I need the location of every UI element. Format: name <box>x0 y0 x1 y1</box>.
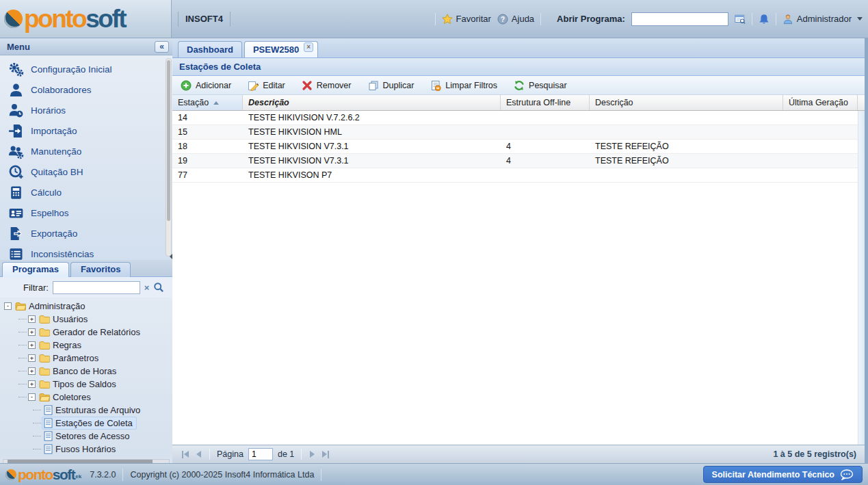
table-cell: 15 <box>172 127 243 137</box>
tree-item-gerador-de-relatórios[interactable]: +Gerador de Relatórios <box>0 326 172 339</box>
editar-button[interactable]: Editar <box>248 80 285 91</box>
help-button[interactable]: ?Ajuda <box>497 14 534 25</box>
sidebar-item-colaboradores[interactable]: Colaboradores <box>0 79 172 100</box>
sidebar-item-manutenção[interactable]: Manutenção <box>0 141 172 161</box>
table-row[interactable]: 14TESTE HIKIVISION V.7.2.6.2 <box>172 111 865 125</box>
top-header: pontosoft INSOFT4 Favoritar ?Ajuda Abrir… <box>0 0 868 38</box>
previous-page-button[interactable] <box>195 449 202 459</box>
folder-icon <box>39 341 50 350</box>
paging-toolbar: Página de 1 1 à 5 de 5 registro(s) <box>172 445 865 463</box>
tree-connector <box>18 332 27 332</box>
sidebar-item-inconsistências[interactable]: Inconsistências <box>0 244 172 264</box>
grid-body: 14TESTE HIKIVISION V.7.2.6.215TESTE HIKV… <box>172 111 865 445</box>
grid-toolbar: AdicionarEditarRemoverDuplicarLimpar Fil… <box>172 76 865 95</box>
expand-node-icon[interactable]: + <box>28 341 36 349</box>
tree-item-tipos-de-saldos[interactable]: +Tipos de Saldos <box>0 378 172 391</box>
column-header-última-geração[interactable]: Última Geração <box>783 95 858 110</box>
svg-text:?: ? <box>501 15 505 23</box>
adicionar-button[interactable]: Adicionar <box>181 80 231 91</box>
tab-dashboard[interactable]: Dashboard <box>178 41 242 57</box>
collapse-node-icon[interactable]: - <box>28 393 36 401</box>
tab-favoritos[interactable]: Favoritos <box>70 262 131 277</box>
tree-item-estruturas-de-arquivo[interactable]: Estruturas de Arquivo <box>0 404 172 417</box>
table-row[interactable]: 77TESTE HIKVISON P7 <box>172 168 865 183</box>
refresh-icon <box>514 80 525 91</box>
toolbar-button-label: Remover <box>317 81 352 90</box>
column-header-descrição[interactable]: Descrição <box>243 95 501 110</box>
sidebar-item-horários[interactable]: Horários <box>0 100 172 120</box>
tree-item-parâmetros[interactable]: +Parâmetros <box>0 352 172 365</box>
scrollbar-thumb[interactable] <box>167 60 170 221</box>
tree-item-estações-de-coleta[interactable]: Estações de Coleta <box>0 417 172 430</box>
next-page-button[interactable] <box>308 449 316 459</box>
program-lookup-button[interactable] <box>735 14 746 25</box>
grid-vertical-scrollbar[interactable] <box>858 111 865 445</box>
separator <box>540 13 541 25</box>
column-label: Descrição <box>595 98 633 107</box>
filter-input[interactable] <box>53 281 140 294</box>
request-support-button[interactable]: Solicitar Atendimento Técnico <box>703 466 863 483</box>
footer-bar: pontosoft ek 7.3.2.0 Copyright (c) 2000-… <box>0 463 868 485</box>
table-row[interactable]: 18TESTE HIKVISION V7.3.14TESTE REFEIÇÃO <box>172 140 865 154</box>
table-cell: TESTE HIKVISION V7.3.1 <box>243 142 501 151</box>
grid-header: EstaçãoDescriçãoEstrutura Off-lineDescri… <box>172 95 865 111</box>
table-row[interactable]: 15TESTE HIKVISION HML <box>172 125 865 140</box>
user-menu[interactable]: Administrador <box>782 14 863 25</box>
expand-node-icon[interactable]: + <box>28 367 36 375</box>
tree-item-fusos-horários[interactable]: Fusos Horários <box>0 443 172 456</box>
tab-programas[interactable]: Programas <box>2 262 69 277</box>
tree-item-regras[interactable]: +Regras <box>0 339 172 352</box>
menu-scrollbar[interactable] <box>166 58 172 257</box>
column-header-estação[interactable]: Estação <box>172 95 243 110</box>
tree-connector <box>18 371 27 371</box>
main-tabstrip: DashboardPSEW2580× <box>172 38 865 58</box>
tree-item-coletores[interactable]: -Coletores <box>0 391 172 404</box>
page-number-input[interactable] <box>248 448 273 460</box>
tree-item-usuários[interactable]: +Usuários <box>0 313 172 326</box>
remove-icon <box>302 80 313 91</box>
sidebar-item-exportação[interactable]: Exportação <box>0 223 172 244</box>
application-window: pontosoft INSOFT4 Favoritar ?Ajuda Abrir… <box>0 0 868 485</box>
version-label: 7.3.2.0 <box>90 470 116 480</box>
sidebar-item-quitação-bh[interactable]: Quitação BH <box>0 161 172 182</box>
tree-item-banco-de-horas[interactable]: +Banco de Horas <box>0 365 172 378</box>
column-header-descrição[interactable]: Descrição <box>590 95 783 110</box>
column-header-estrutura-off-line[interactable]: Estrutura Off-line <box>501 95 590 110</box>
duplicar-button[interactable]: Duplicar <box>368 80 415 91</box>
tree-item-label: Regras <box>53 340 81 350</box>
pesquisar-button[interactable]: Pesquisar <box>514 80 567 91</box>
collapse-node-icon[interactable]: - <box>4 302 12 310</box>
last-page-button[interactable] <box>321 449 330 460</box>
tree-connector <box>33 410 41 410</box>
toolbar-button-label: Editar <box>263 81 285 90</box>
user-name: Administrador <box>797 14 852 24</box>
sidebar-item-cálculo[interactable]: Cálculo <box>0 182 172 202</box>
column-label: Descrição <box>248 98 289 107</box>
support-button-label: Solicitar Atendimento Técnico <box>712 470 834 480</box>
expand-node-icon[interactable]: + <box>28 354 36 362</box>
expand-node-icon[interactable]: + <box>28 328 36 336</box>
first-page-button[interactable] <box>181 449 190 460</box>
table-cell: 14 <box>172 113 243 122</box>
sidebar-item-espelhos[interactable]: Espelhos <box>0 202 172 223</box>
favorite-button[interactable]: Favoritar <box>442 14 491 25</box>
notifications-button[interactable] <box>759 14 770 25</box>
open-program-input[interactable] <box>631 12 728 26</box>
sidebar-item-configuração-inicial[interactable]: Configuração Inicial <box>0 59 172 79</box>
remover-button[interactable]: Remover <box>302 80 352 91</box>
tree-item-setores-de-acesso[interactable]: Setores de Acesso <box>0 430 172 443</box>
expand-node-icon[interactable]: + <box>28 380 36 388</box>
clear-filter-icon[interactable]: × <box>144 283 150 293</box>
table-row[interactable]: 19TESTE HIKVISION V7.3.14TESTE REFEIÇÃO <box>172 154 865 168</box>
collapse-sidebar-button[interactable]: « <box>155 41 169 53</box>
close-tab-icon[interactable]: × <box>304 42 313 52</box>
expand-node-icon[interactable]: + <box>28 315 36 323</box>
separator <box>435 13 436 25</box>
sidebar-item-label: Manutenção <box>31 146 81 157</box>
folder-icon <box>39 380 50 389</box>
search-icon[interactable] <box>153 282 164 293</box>
limpar-filtros-button[interactable]: Limpar Filtros <box>430 80 497 91</box>
sidebar-item-importação[interactable]: Importação <box>0 120 172 141</box>
tree-item-administração[interactable]: -Administração <box>0 300 172 313</box>
tab-psew2580[interactable]: PSEW2580× <box>244 41 318 57</box>
